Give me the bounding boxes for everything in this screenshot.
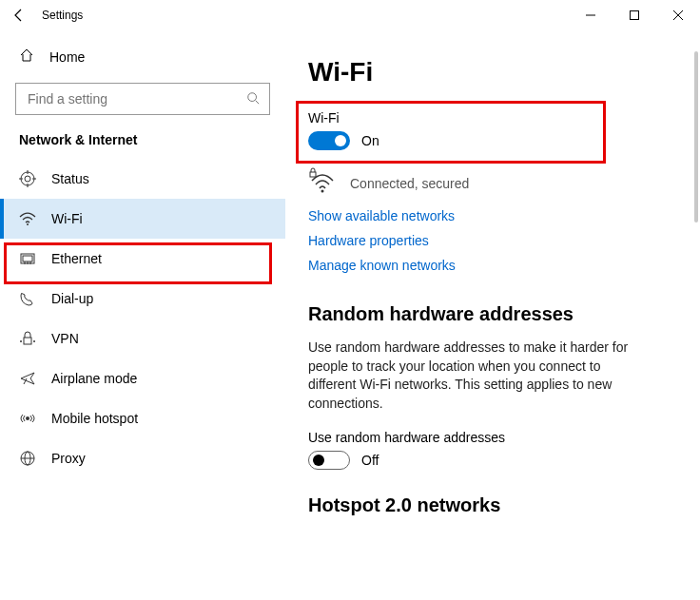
wifi-toggle-state: On (361, 133, 379, 148)
nav-label: Wi-Fi (51, 211, 83, 226)
random-hw-toggle[interactable] (308, 451, 350, 470)
titlebar: Settings (0, 0, 700, 30)
nav-label: Dial-up (51, 291, 93, 306)
proxy-icon (19, 450, 36, 467)
nav-label: Mobile hotspot (51, 411, 138, 426)
minimize-button[interactable] (569, 0, 612, 30)
nav-item-dialup[interactable]: Dial-up (0, 279, 285, 319)
vpn-icon (19, 330, 36, 347)
nav-label: Ethernet (51, 251, 102, 266)
wifi-toggle[interactable] (308, 131, 350, 150)
svg-point-20 (33, 340, 35, 342)
nav-item-proxy[interactable]: Proxy (0, 438, 285, 478)
link-manage-known[interactable]: Manage known networks (308, 258, 681, 273)
random-hw-heading: Random hardware addresses (308, 303, 681, 325)
nav-item-wifi[interactable]: Wi-Fi (0, 199, 285, 239)
nav-label: Status (51, 171, 89, 186)
home-icon (19, 48, 34, 66)
random-hw-toggle-state: Off (361, 453, 379, 468)
dialup-icon (19, 290, 36, 307)
svg-rect-18 (24, 338, 31, 344)
link-show-networks[interactable]: Show available networks (308, 208, 681, 223)
svg-point-19 (20, 340, 22, 342)
svg-point-7 (25, 176, 30, 182)
airplane-icon (19, 370, 36, 387)
nav-item-vpn[interactable]: VPN (0, 319, 285, 358)
search-icon (246, 91, 260, 107)
nav-label: Airplane mode (51, 371, 137, 386)
wifi-status-text: Connected, secured (350, 176, 469, 191)
nav-item-hotspot[interactable]: Mobile hotspot (0, 398, 285, 438)
svg-point-21 (26, 416, 29, 420)
hotspot-heading: Hotspot 2.0 networks (308, 494, 681, 516)
nav-item-status[interactable]: Status (0, 159, 285, 199)
search-input[interactable] (26, 90, 246, 107)
svg-point-6 (21, 172, 34, 185)
svg-point-25 (321, 190, 324, 193)
nav-item-ethernet[interactable]: Ethernet (0, 239, 285, 279)
random-hw-toggle-label: Use random hardware addresses (308, 430, 681, 445)
svg-rect-1 (631, 11, 639, 20)
wifi-sub-label: Wi-Fi (308, 110, 681, 126)
svg-point-4 (248, 92, 257, 101)
home-button[interactable]: Home (0, 38, 285, 75)
close-button[interactable] (656, 0, 700, 30)
nav-label: VPN (51, 331, 79, 346)
hotspot-icon (19, 410, 36, 427)
page-title: Wi-Fi (308, 57, 681, 87)
window-title: Settings (42, 9, 83, 22)
main-content: Wi-Fi Wi-Fi On Connected, secured Show a… (285, 30, 700, 600)
section-label: Network & Internet (0, 132, 285, 159)
sidebar: Home Network & Internet Status Wi-Fi Eth… (0, 30, 285, 600)
wifi-icon (19, 210, 36, 227)
search-box[interactable] (15, 83, 270, 115)
svg-line-5 (256, 100, 260, 104)
scrollbar[interactable] (694, 51, 698, 223)
nav-label: Proxy (51, 451, 86, 466)
svg-rect-26 (310, 172, 316, 177)
link-hardware-properties[interactable]: Hardware properties (308, 233, 681, 248)
svg-point-12 (27, 223, 29, 225)
ethernet-icon (19, 250, 36, 267)
back-button[interactable] (8, 4, 30, 27)
random-hw-desc: Use random hardware addresses to make it… (308, 339, 632, 413)
maximize-button[interactable] (612, 0, 656, 30)
wifi-secured-icon (308, 167, 337, 199)
home-label: Home (49, 49, 85, 65)
nav-item-airplane[interactable]: Airplane mode (0, 358, 285, 398)
status-icon (19, 170, 36, 187)
svg-rect-14 (23, 256, 32, 261)
